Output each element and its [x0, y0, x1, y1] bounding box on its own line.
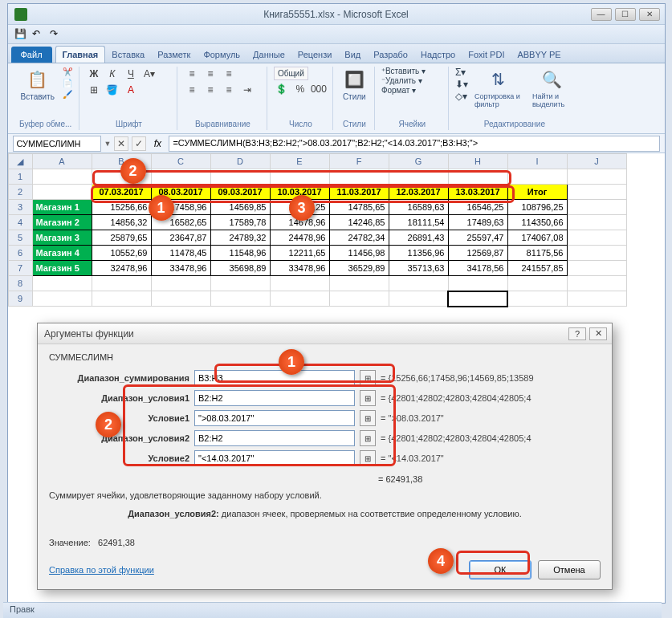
border-icon[interactable]: ⊞ [86, 83, 102, 97]
arg-input[interactable] [194, 430, 355, 446]
arg-input[interactable] [194, 370, 355, 386]
tab-developer[interactable]: Разрабо [367, 47, 414, 63]
tab-formulas[interactable]: Формуль [197, 47, 246, 63]
underline-icon[interactable]: Ч [123, 67, 139, 81]
col-header[interactable]: C [151, 154, 210, 169]
data-cell[interactable]: 10552,69 [92, 246, 151, 261]
select-all-cell[interactable]: ◢ [8, 154, 32, 169]
format-cells-button[interactable]: Формат ▾ [381, 86, 416, 95]
range-select-icon[interactable]: ⊞ [360, 370, 376, 386]
row-header[interactable]: 5 [8, 230, 32, 246]
col-header[interactable]: I [507, 154, 567, 169]
arg-input[interactable] [194, 410, 355, 426]
store-name-cell[interactable]: Магазин 1 [32, 200, 92, 215]
save-icon[interactable]: 💾 [14, 28, 27, 41]
total-header-cell[interactable]: Итог [507, 185, 567, 200]
ok-button[interactable]: ОК [469, 560, 531, 579]
format-painter-icon[interactable]: 🖌️ [61, 89, 74, 100]
col-header[interactable]: A [32, 154, 92, 169]
data-cell[interactable]: 17589,78 [210, 215, 270, 230]
store-name-cell[interactable]: Магазин 2 [32, 215, 92, 230]
row-header[interactable]: 3 [8, 200, 32, 215]
row-header[interactable]: 1 [8, 169, 32, 185]
dialog-title-bar[interactable]: Аргументы функции ? ✕ [38, 323, 612, 344]
currency-icon[interactable]: 💲 [274, 82, 290, 96]
align-top-icon[interactable]: ≡ [184, 67, 200, 81]
minimize-button[interactable]: — [591, 8, 612, 21]
data-cell[interactable]: 14785,65 [329, 200, 389, 215]
total-cell[interactable]: 108796,25 [507, 200, 567, 215]
align-center-icon[interactable]: ≡ [202, 83, 218, 97]
font-color-icon[interactable]: A [123, 83, 139, 97]
data-cell[interactable]: 34178,56 [448, 261, 507, 276]
dialog-help-button[interactable]: ? [568, 327, 586, 340]
data-cell[interactable]: 25597,47 [448, 230, 507, 246]
store-name-cell[interactable]: Магазин 4 [32, 246, 92, 261]
align-right-icon[interactable]: ≡ [221, 83, 237, 97]
fill-icon[interactable]: ⬇▾ [455, 79, 468, 90]
arg-input[interactable] [194, 450, 355, 466]
date-cell[interactable]: 09.03.2017 [210, 185, 270, 200]
data-cell[interactable]: 14569,85 [210, 200, 270, 215]
percent-icon[interactable]: % [292, 82, 308, 96]
data-cell[interactable]: 35698,89 [210, 261, 270, 276]
tab-review[interactable]: Рецензи [291, 47, 339, 63]
date-cell[interactable]: 12.03.2017 [389, 185, 448, 200]
data-cell[interactable]: 12211,65 [270, 246, 329, 261]
col-header[interactable]: E [270, 154, 329, 169]
data-cell[interactable]: 12569,87 [448, 246, 507, 261]
find-select-button[interactable]: 🔍 Найти и выделить [529, 67, 576, 110]
align-middle-icon[interactable]: ≡ [202, 67, 218, 81]
date-cell[interactable]: 13.03.2017 [448, 185, 507, 200]
insert-cells-button[interactable]: ⁺Вставить ▾ [381, 67, 426, 75]
paste-button[interactable]: 📋 Вставить [18, 67, 58, 103]
formula-input[interactable]: =СУММЕСЛИМН(B3:H3;B2:H2;">08.03.2017";B2… [169, 136, 659, 152]
tab-data[interactable]: Данные [246, 47, 291, 63]
maximize-button[interactable]: ☐ [615, 8, 636, 21]
data-cell[interactable]: 35713,63 [389, 261, 448, 276]
data-cell[interactable]: 26891,43 [389, 230, 448, 246]
data-cell[interactable]: 18111,54 [389, 215, 448, 230]
dialog-close-button[interactable]: ✕ [589, 327, 607, 340]
copy-icon[interactable]: 📄 [61, 78, 74, 88]
row-header[interactable]: 8 [8, 276, 32, 291]
store-name-cell[interactable]: Магазин 3 [32, 230, 92, 246]
date-cell[interactable]: 11.03.2017 [329, 185, 389, 200]
number-format-dropdown[interactable]: Общий [274, 67, 308, 80]
namebox-dropdown-icon[interactable]: ▼ [104, 140, 112, 148]
tab-layout[interactable]: Разметк [151, 47, 197, 63]
tab-home[interactable]: Главная [55, 46, 106, 63]
align-bottom-icon[interactable]: ≡ [221, 67, 237, 81]
accept-formula-icon[interactable]: ✓ [132, 136, 146, 151]
data-cell[interactable]: 14246,85 [329, 215, 389, 230]
range-select-icon[interactable]: ⊞ [360, 390, 376, 406]
cut-icon[interactable]: ✂️ [61, 67, 74, 77]
tab-abbyy[interactable]: ABBYY PE [511, 47, 567, 63]
col-header[interactable]: H [448, 154, 507, 169]
close-button[interactable]: ✕ [639, 8, 660, 21]
autosum-icon[interactable]: Σ▾ [455, 67, 468, 78]
fill-color-icon[interactable]: 🪣 [104, 83, 120, 97]
data-cell[interactable]: 16546,25 [448, 200, 507, 215]
italic-icon[interactable]: К [104, 67, 120, 81]
tab-insert[interactable]: Вставка [105, 47, 151, 63]
align-left-icon[interactable]: ≡ [184, 83, 200, 97]
active-cell[interactable] [448, 291, 507, 307]
cancel-button[interactable]: Отмена [538, 560, 601, 579]
data-cell[interactable]: 16589,63 [389, 200, 448, 215]
data-cell[interactable]: 33478,96 [151, 261, 210, 276]
data-cell[interactable]: 24789,32 [210, 230, 270, 246]
data-cell[interactable]: 17489,63 [448, 215, 507, 230]
range-select-icon[interactable]: ⊞ [360, 450, 376, 466]
total-cell[interactable]: 241557,85 [507, 261, 567, 276]
total-cell[interactable]: 174067,08 [507, 230, 567, 246]
row-header[interactable]: 9 [8, 291, 32, 307]
undo-icon[interactable]: ↶ [32, 28, 45, 41]
data-cell[interactable]: 33478,96 [270, 261, 329, 276]
data-cell[interactable]: 36529,89 [329, 261, 389, 276]
data-cell[interactable]: 11456,98 [329, 246, 389, 261]
row-header[interactable]: 7 [8, 261, 32, 276]
tab-file[interactable]: Файл [11, 47, 52, 63]
name-box[interactable] [13, 136, 101, 152]
clear-icon[interactable]: ◇▾ [455, 91, 468, 102]
